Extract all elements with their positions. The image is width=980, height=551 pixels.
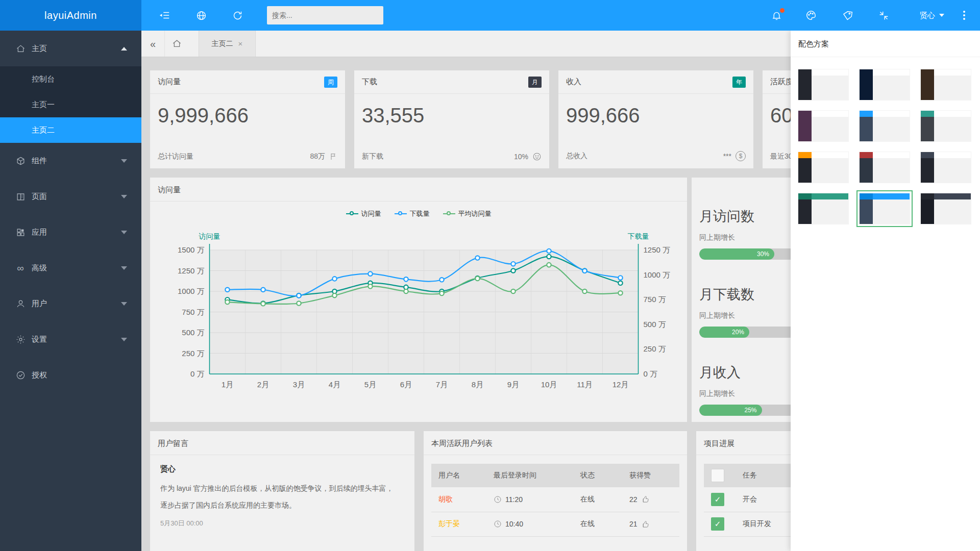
search-input[interactable]	[267, 6, 383, 24]
theme-swatch[interactable]	[798, 152, 849, 183]
card-income: 收入 年 999,666 总收入 *** $	[558, 70, 753, 168]
sidebar-item-home1[interactable]: 主页一	[0, 92, 141, 117]
svg-text:11月: 11月	[577, 380, 593, 389]
theme-swatch[interactable]	[920, 69, 971, 101]
user-menu[interactable]: 贤心	[915, 0, 949, 31]
exit-fullscreen-icon[interactable]	[877, 0, 890, 31]
theme-swatch-selected[interactable]	[859, 193, 910, 224]
sidebar-item-label: 页面	[32, 192, 47, 202]
sidebar-item-users[interactable]: 用户	[0, 286, 141, 321]
chevron-down-icon	[121, 266, 127, 270]
username-label: 贤心	[920, 11, 935, 20]
sidebar-item-apps[interactable]: 应用	[0, 214, 141, 250]
color-scheme-title: 配色方案	[791, 31, 980, 57]
sidebar-item-console[interactable]: 控制台	[0, 66, 141, 92]
app-logo[interactable]: layuiAdmin	[0, 0, 141, 31]
svg-text:250 万: 250 万	[644, 344, 666, 353]
card-footer-value: 88万	[310, 152, 325, 161]
pages-icon	[15, 191, 26, 202]
col-likes: 获得赞	[622, 464, 679, 487]
sidebar-item-label: 应用	[32, 228, 47, 237]
sidebar-item-label: 主页	[32, 44, 47, 54]
sidebar-item-components[interactable]: 组件	[0, 143, 141, 179]
collapse-menu-icon[interactable]	[158, 0, 172, 31]
tab-home2[interactable]: 主页二 ×	[199, 31, 256, 57]
svg-text:1月: 1月	[222, 380, 233, 389]
svg-text:4月: 4月	[329, 380, 340, 389]
line-chart-canvas: 0 万250 万500 万750 万1000 万1250 万1500 万0 万2…	[150, 202, 687, 422]
card-footer-label: 总计访问量	[158, 152, 193, 161]
clock-icon	[494, 520, 502, 528]
notifications-bell-icon[interactable]	[770, 0, 783, 31]
task-checkbox-checked[interactable]: ✓	[711, 493, 724, 506]
card-value: 9,999,666	[150, 94, 345, 127]
visits-chart-panel: 访问量 访问量 下载量 平均访问量 0 万250 万500 万750 万1000…	[150, 178, 687, 422]
table-row[interactable]: 胡歌 11:20 在线 22	[431, 487, 679, 512]
card-footer-value: ***	[723, 152, 731, 160]
user-icon	[15, 298, 26, 309]
svg-text:8月: 8月	[472, 380, 483, 389]
refresh-icon[interactable]	[231, 0, 244, 31]
task-label: 开会	[743, 495, 757, 503]
thumbs-up-icon[interactable]	[641, 495, 650, 504]
task-checkbox-checked[interactable]: ✓	[711, 517, 724, 531]
chart-panel-title: 访问量	[150, 178, 687, 202]
svg-text:2月: 2月	[257, 380, 269, 389]
card-value: 33,555	[354, 94, 549, 127]
sidebar-item-home2[interactable]: 主页二	[0, 117, 141, 143]
panel-title: 本周活跃用户列表	[424, 431, 687, 455]
login-time: 11:20	[505, 495, 523, 504]
smiley-icon	[532, 152, 542, 161]
theme-swatch[interactable]	[798, 110, 849, 142]
svg-text:9月: 9月	[507, 380, 519, 389]
theme-swatch[interactable]	[859, 110, 910, 142]
chevron-down-icon	[121, 302, 127, 306]
panel-title: 用户留言	[150, 431, 414, 455]
select-all-checkbox[interactable]	[711, 469, 724, 482]
sidebar-submenu-home: 控制台 主页一 主页二	[0, 66, 141, 143]
theme-palette-icon[interactable]	[804, 0, 818, 31]
col-status: 状态	[573, 464, 622, 487]
thumbs-up-icon[interactable]	[641, 520, 650, 529]
user-status: 在线	[580, 495, 595, 503]
globe-icon[interactable]	[194, 0, 208, 31]
tabs-scroll-left-button[interactable]: «	[141, 31, 165, 57]
svg-text:250 万: 250 万	[182, 349, 204, 358]
login-time: 10:40	[505, 520, 523, 528]
theme-swatch[interactable]	[798, 69, 849, 101]
message-timestamp: 5月30日 00:00	[160, 519, 404, 528]
sidebar-item-auth[interactable]: 授权	[0, 357, 141, 393]
svg-text:1500 万: 1500 万	[178, 245, 205, 254]
table-row[interactable]: 彭于晏 10:40 在线 21	[431, 512, 679, 536]
card-title: 活跃度	[770, 77, 793, 87]
shield-check-icon	[15, 370, 26, 380]
sidebar-item-pages[interactable]: 页面	[0, 179, 141, 214]
sidebar-item-settings[interactable]: 设置	[0, 321, 141, 357]
sidebar-nav: 主页 控制台 主页一 主页二 组件 页面 应用	[0, 31, 141, 551]
theme-swatch[interactable]	[859, 69, 910, 101]
card-badge: 年	[732, 77, 746, 88]
sidebar-item-home[interactable]: 主页	[0, 31, 141, 66]
theme-swatch[interactable]	[859, 152, 910, 183]
theme-swatch[interactable]	[920, 193, 971, 224]
active-users-table: 用户名 最后登录时间 状态 获得赞 胡歌 11:20 在线 22 彭于晏 10:…	[431, 464, 679, 551]
sidebar-item-advanced[interactable]: ∞ 高级	[0, 250, 141, 286]
svg-text:750 万: 750 万	[644, 295, 666, 304]
card-footer-value: 10%	[514, 153, 528, 161]
theme-swatch[interactable]	[920, 110, 971, 142]
tag-icon[interactable]	[841, 0, 854, 31]
svg-text:1250 万: 1250 万	[644, 245, 671, 254]
card-title: 收入	[566, 77, 581, 87]
task-label: 项目开发	[743, 519, 771, 528]
svg-text:0 万: 0 万	[190, 369, 205, 378]
svg-text:500 万: 500 万	[182, 328, 204, 337]
more-options-icon[interactable]	[958, 0, 971, 31]
infinity-icon: ∞	[15, 263, 26, 273]
theme-swatch[interactable]	[798, 193, 849, 224]
tab-close-icon[interactable]: ×	[238, 39, 243, 48]
home-tab-icon[interactable]	[165, 31, 188, 57]
card-value: 999,666	[558, 94, 753, 127]
dollar-icon: $	[736, 151, 746, 161]
theme-swatch-grid	[791, 57, 980, 224]
theme-swatch[interactable]	[920, 152, 971, 183]
